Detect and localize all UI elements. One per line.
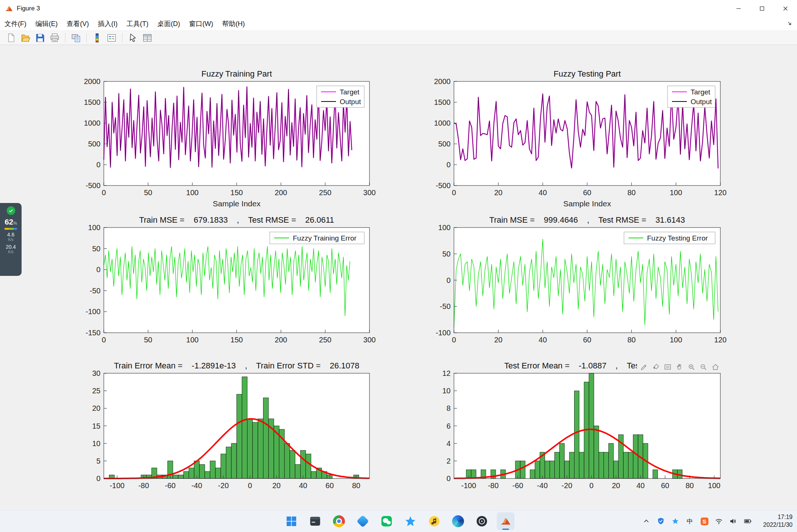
menu-item[interactable]: 窗口(W) <box>185 17 218 30</box>
open-file-icon[interactable] <box>20 32 31 43</box>
diamond-taskbar-icon[interactable] <box>354 512 372 530</box>
svg-text:0: 0 <box>248 481 252 490</box>
print-preview-icon[interactable] <box>70 32 81 43</box>
star-app-taskbar-icon[interactable] <box>401 512 419 530</box>
toolbar-separator <box>86 33 87 42</box>
star-badge-icon[interactable] <box>671 517 680 526</box>
system-tray: 中S <box>642 510 752 532</box>
wechat-taskbar-icon[interactable] <box>378 512 396 530</box>
test-error-hist: -100-80-60-40-20020406080100024681012Tes… <box>442 361 720 490</box>
taskbar: 中S 17:19 2022/11/30 <box>0 510 797 532</box>
chevron-up-icon[interactable] <box>642 517 651 526</box>
svg-text:0: 0 <box>102 336 106 344</box>
battery-icon[interactable] <box>743 517 752 526</box>
svg-text:-100: -100 <box>86 307 100 316</box>
menu-item[interactable]: 编辑(E) <box>31 17 62 30</box>
svg-text:500: 500 <box>88 140 100 148</box>
svg-text:60: 60 <box>583 188 591 197</box>
figure-toolbar <box>0 31 797 45</box>
start-taskbar-icon[interactable] <box>282 512 300 530</box>
dock-figure-icon[interactable] <box>787 20 793 27</box>
train-error-hist: -100-80-60-40-20020406080051015202530Tra… <box>92 361 369 490</box>
svg-text:20: 20 <box>494 188 502 197</box>
compass-taskbar-icon[interactable] <box>473 512 491 530</box>
menu-items: 文件(F)编辑(E)查看(V)插入(I)工具(T)桌面(D)窗口(W)帮助(H) <box>0 17 249 30</box>
svg-text:1500: 1500 <box>434 98 451 106</box>
svg-text:6: 6 <box>446 422 451 430</box>
ime-chinese-icon[interactable]: 中 <box>685 517 694 526</box>
brush-icon[interactable] <box>651 362 660 371</box>
menu-item[interactable]: 工具(T) <box>122 17 153 30</box>
svg-text:100: 100 <box>186 188 198 197</box>
svg-text:0: 0 <box>446 276 451 284</box>
insert-colorbar-icon[interactable] <box>92 32 103 43</box>
taskbar-clock[interactable]: 17:19 2022/11/30 <box>763 510 793 532</box>
svg-text:Fuzzy Training Part: Fuzzy Training Part <box>201 69 272 78</box>
svg-text:-20: -20 <box>218 481 229 490</box>
close-button[interactable] <box>774 0 797 17</box>
restore-view-icon[interactable] <box>711 362 720 371</box>
svg-text:20: 20 <box>494 336 502 344</box>
status-check-icon <box>7 206 15 215</box>
minimize-button[interactable] <box>727 0 750 17</box>
window-controls <box>727 0 797 17</box>
svg-text:Fuzzy Testing Error: Fuzzy Testing Error <box>647 234 708 242</box>
security-shield-icon[interactable] <box>656 517 665 526</box>
svg-text:-50: -50 <box>90 287 100 295</box>
svg-text:5: 5 <box>96 457 100 465</box>
svg-text:1500: 1500 <box>84 98 101 106</box>
edge-taskbar-icon[interactable] <box>449 512 467 530</box>
menu-item[interactable]: 查看(V) <box>62 17 93 30</box>
edit-plot-icon[interactable] <box>127 32 138 43</box>
fuzzy-training-part: 050100150200250300-5000500100015002000Fu… <box>84 69 376 208</box>
maximize-button[interactable] <box>750 0 774 17</box>
menu-item[interactable]: 桌面(D) <box>153 17 185 30</box>
volume-icon[interactable] <box>729 517 738 526</box>
music-taskbar-icon[interactable] <box>425 512 443 530</box>
wifi-icon[interactable] <box>714 517 723 526</box>
svg-text:Sample Index: Sample Index <box>563 199 611 208</box>
insert-legend-icon[interactable] <box>106 32 117 43</box>
svg-text:Output: Output <box>340 98 361 106</box>
menu-item[interactable]: 插入(I) <box>93 17 122 30</box>
svg-text:15: 15 <box>92 422 100 430</box>
export-icon[interactable] <box>639 362 648 371</box>
svg-text:150: 150 <box>230 336 243 344</box>
svg-text:200: 200 <box>275 188 287 197</box>
svg-text:-40: -40 <box>537 481 548 490</box>
print-figure-icon[interactable] <box>49 32 60 43</box>
pan-icon[interactable] <box>675 362 684 371</box>
zoom-in-icon[interactable] <box>687 362 696 371</box>
zoom-out-icon[interactable] <box>699 362 708 371</box>
menu-item[interactable]: 帮助(H) <box>218 17 249 30</box>
svg-text:10: 10 <box>92 439 100 448</box>
chrome-taskbar-icon[interactable] <box>330 512 348 530</box>
matlab-taskbar-icon[interactable] <box>497 512 515 530</box>
svg-text:4: 4 <box>446 439 451 448</box>
network-monitor-widget[interactable]: 62% 4.6 K/s 20.4 K/s <box>0 203 22 276</box>
svg-text:0: 0 <box>102 188 106 197</box>
svg-text:300: 300 <box>363 188 375 197</box>
svg-text:Fuzzy Testing Part: Fuzzy Testing Part <box>554 69 621 78</box>
menu-item[interactable]: 文件(F) <box>0 17 31 30</box>
svg-text:100: 100 <box>88 223 100 232</box>
svg-text:100: 100 <box>438 223 451 232</box>
svg-text:40: 40 <box>299 481 307 490</box>
svg-text:-80: -80 <box>488 481 499 490</box>
svg-text:0: 0 <box>96 161 100 169</box>
svg-text:10: 10 <box>442 387 451 395</box>
svg-text:Output: Output <box>691 98 712 106</box>
sogou-input-icon[interactable]: S <box>700 517 709 526</box>
svg-text:-60: -60 <box>165 481 176 490</box>
svg-text:2000: 2000 <box>84 77 101 86</box>
datatips-icon[interactable] <box>663 362 672 371</box>
new-figure-icon[interactable] <box>6 32 17 43</box>
svg-text:50: 50 <box>144 188 152 197</box>
property-inspector-icon[interactable] <box>142 32 153 43</box>
svg-text:0: 0 <box>96 474 100 483</box>
fuzzy-testing-part: 020406080100120-5000500100015002000Fuzzy… <box>434 69 727 208</box>
download-speed-unit: K/s <box>8 237 13 242</box>
svg-text:-40: -40 <box>191 481 202 490</box>
terminal-taskbar-icon[interactable] <box>306 512 324 530</box>
save-figure-icon[interactable] <box>35 32 46 43</box>
